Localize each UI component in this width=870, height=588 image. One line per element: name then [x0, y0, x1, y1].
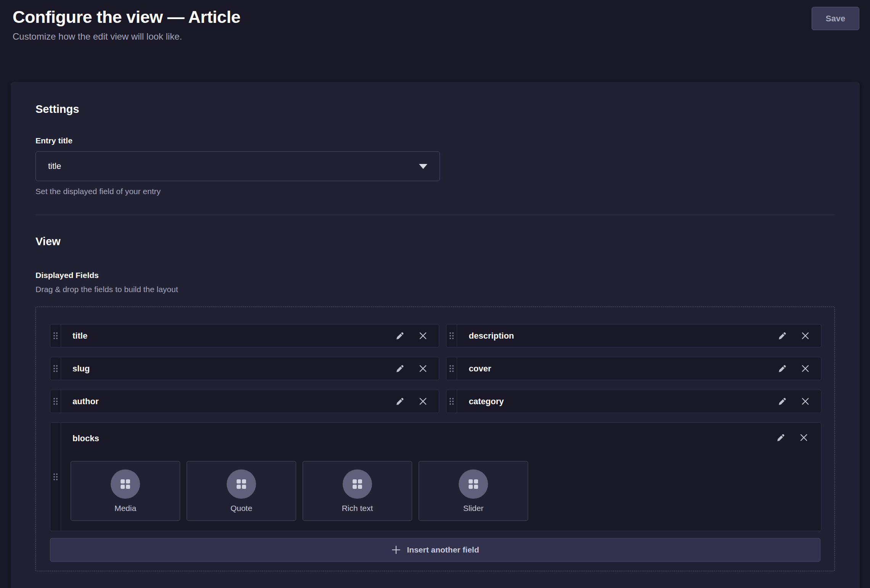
- insert-another-field-label: Insert another field: [407, 545, 479, 554]
- section-divider: [35, 215, 835, 215]
- edit-field-button[interactable]: [774, 393, 791, 410]
- field-actions: [392, 390, 439, 413]
- edit-field-button[interactable]: [772, 429, 789, 446]
- save-button[interactable]: Save: [812, 7, 859, 30]
- component-icon-circle: [459, 469, 488, 499]
- close-icon: [799, 433, 808, 442]
- component-tile-label: Media: [114, 504, 136, 513]
- fields-drop-zone: title description: [35, 307, 835, 571]
- drag-handle[interactable]: [50, 325, 61, 347]
- pencil-icon: [395, 397, 405, 406]
- pencil-icon: [395, 364, 405, 373]
- field-card-author[interactable]: author: [50, 390, 439, 413]
- fields-grid: title description: [50, 324, 822, 531]
- entry-title-group: Entry title title Set the displayed fiel…: [35, 136, 835, 196]
- drag-handle[interactable]: [50, 357, 61, 380]
- drag-grip-icon: [449, 397, 454, 405]
- displayed-fields-subtitle: Drag & drop the fields to build the layo…: [35, 285, 835, 294]
- insert-another-field-button[interactable]: Insert another field: [50, 538, 820, 562]
- drag-grip-icon: [449, 332, 454, 340]
- page-header: Configure the view — Article Customize h…: [0, 0, 870, 42]
- drag-grip-icon: [53, 473, 58, 481]
- remove-field-button[interactable]: [797, 360, 814, 377]
- edit-field-button[interactable]: [392, 360, 408, 377]
- field-card-category[interactable]: category: [446, 390, 822, 413]
- field-actions: [774, 357, 821, 380]
- component-tile-quote[interactable]: Quote: [187, 461, 296, 521]
- field-card-blocks[interactable]: blocks Media: [50, 423, 822, 531]
- close-icon: [801, 364, 810, 373]
- chevron-down-icon: [419, 164, 427, 169]
- remove-field-button[interactable]: [414, 328, 431, 344]
- field-name: description: [457, 325, 774, 347]
- page-subtitle: Customize how the edit view will look li…: [13, 31, 240, 42]
- component-tile-slider[interactable]: Slider: [419, 461, 528, 521]
- field-card-description[interactable]: description: [446, 324, 822, 347]
- close-icon: [419, 397, 427, 406]
- field-name: category: [457, 390, 774, 413]
- blocks-header: blocks: [71, 429, 814, 446]
- drag-grip-icon: [53, 332, 58, 340]
- component-tile-media[interactable]: Media: [71, 461, 180, 521]
- component-tile-rich-text[interactable]: Rich text: [303, 461, 412, 521]
- remove-field-button[interactable]: [414, 393, 431, 410]
- plus-icon: [391, 545, 401, 555]
- close-icon: [801, 331, 810, 340]
- displayed-fields-title: Displayed Fields: [35, 271, 835, 280]
- close-icon: [419, 331, 427, 340]
- drag-handle[interactable]: [446, 357, 457, 380]
- component-tiles: Media Quote Rich text: [71, 461, 814, 521]
- component-icon-circle: [111, 469, 140, 499]
- settings-heading: Settings: [35, 103, 835, 116]
- close-icon: [801, 397, 810, 406]
- component-icon-circle: [343, 469, 372, 499]
- view-heading: View: [35, 235, 835, 248]
- page-title: Configure the view — Article: [13, 7, 240, 27]
- remove-field-button[interactable]: [797, 328, 814, 344]
- field-actions: [774, 390, 821, 413]
- drag-handle[interactable]: [446, 390, 457, 413]
- entry-title-select-value: title: [48, 161, 61, 171]
- drag-grip-icon: [53, 365, 58, 373]
- edit-field-button[interactable]: [392, 393, 408, 410]
- pencil-icon: [776, 433, 786, 442]
- entry-title-hint: Set the displayed field of your entry: [35, 187, 835, 196]
- drag-handle[interactable]: [50, 423, 61, 531]
- field-name: title: [61, 325, 392, 347]
- field-card-title[interactable]: title: [50, 324, 439, 347]
- component-tile-label: Quote: [230, 504, 252, 513]
- blocks-content: blocks Media: [61, 423, 821, 531]
- drag-grip-icon: [53, 397, 58, 405]
- field-card-slug[interactable]: slug: [50, 357, 439, 380]
- pencil-icon: [778, 364, 787, 373]
- close-icon: [419, 364, 427, 373]
- component-tile-label: Rich text: [342, 504, 373, 513]
- component-tile-label: Slider: [463, 504, 484, 513]
- field-card-cover[interactable]: cover: [446, 357, 822, 380]
- field-name: cover: [457, 357, 774, 380]
- entry-title-select[interactable]: title: [35, 151, 440, 181]
- field-actions: [774, 325, 821, 347]
- drag-grip-icon: [449, 365, 454, 373]
- field-actions: [392, 325, 439, 347]
- component-grid-icon: [467, 478, 479, 490]
- component-icon-circle: [227, 469, 256, 499]
- remove-field-button[interactable]: [414, 360, 431, 377]
- configuration-panel: Settings Entry title title Set the displ…: [11, 82, 860, 588]
- remove-field-button[interactable]: [795, 429, 812, 446]
- field-actions: [772, 429, 814, 446]
- edit-field-button[interactable]: [774, 328, 791, 344]
- edit-field-button[interactable]: [392, 328, 408, 344]
- field-actions: [392, 357, 439, 380]
- edit-field-button[interactable]: [774, 360, 791, 377]
- remove-field-button[interactable]: [797, 393, 814, 410]
- component-grid-icon: [235, 478, 247, 490]
- pencil-icon: [778, 331, 787, 341]
- drag-handle[interactable]: [50, 390, 61, 413]
- component-grid-icon: [119, 478, 131, 490]
- drag-handle[interactable]: [446, 325, 457, 347]
- page-header-text: Configure the view — Article Customize h…: [13, 7, 240, 42]
- field-name: blocks: [71, 431, 99, 443]
- entry-title-label: Entry title: [35, 136, 835, 145]
- component-grid-icon: [351, 478, 363, 490]
